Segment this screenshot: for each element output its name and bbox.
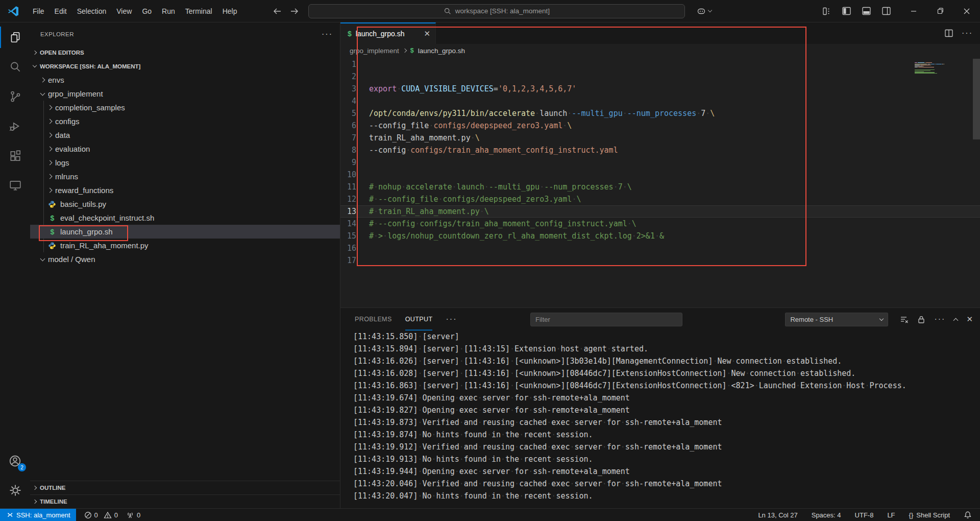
workspace-section[interactable]: WORKSPACE [SSH: ALA_MOMENT] <box>30 59 340 73</box>
menu-selection[interactable]: Selection <box>72 5 112 17</box>
output-filter-input[interactable] <box>530 313 682 326</box>
code-line-2[interactable]: 2 <box>340 70 980 83</box>
close-button[interactable] <box>953 0 980 22</box>
ports-status[interactable]: 0 <box>126 511 140 519</box>
code-line-5[interactable]: 5/opt/conda/envs/py311/bin/accelerate·la… <box>340 107 980 120</box>
back-arrow-icon[interactable] <box>273 7 282 15</box>
tab-problems[interactable]: PROBLEMS <box>355 308 392 330</box>
tree-item-basic-utils-py[interactable]: basic_utils.py <box>30 197 340 211</box>
tab-output[interactable]: OUTPUT <box>405 308 433 330</box>
maximize-panel-icon[interactable] <box>953 318 959 323</box>
panel-more-tabs-icon[interactable]: ··· <box>446 315 457 324</box>
editor-scrollbar[interactable] <box>973 59 980 139</box>
extensions-activity-icon[interactable] <box>0 141 30 171</box>
code-line-12[interactable]: 12#·--config_file·configs/deepspeed_zero… <box>340 193 980 205</box>
tree-item-label: data <box>55 131 70 139</box>
code-line-8[interactable]: 8--config·configs/train_aha_moment_confi… <box>340 144 980 156</box>
tree-item-grpo-implement[interactable]: grpo_implement <box>30 87 340 101</box>
code-line-4[interactable]: 4 <box>340 95 980 107</box>
open-editors-section[interactable]: OPEN EDITORS <box>30 45 340 59</box>
menu-run[interactable]: Run <box>157 5 180 17</box>
code-line-14[interactable]: 14#·--config·configs/train_aha_moment_co… <box>340 218 980 230</box>
code-line-10[interactable]: 10 <box>340 169 980 181</box>
editor-more-actions-icon[interactable]: ··· <box>962 29 973 38</box>
tree-item-logs[interactable]: logs <box>30 156 340 170</box>
timeline-section[interactable]: TIMELINE <box>30 494 340 508</box>
customize-layout-icon[interactable] <box>822 7 831 16</box>
tree-item-configs[interactable]: configs <box>30 114 340 128</box>
menu-go[interactable]: Go <box>137 5 157 17</box>
code-line-16[interactable]: 16 <box>340 242 980 254</box>
code-line-11[interactable]: 11#·nohup·accelerate·launch·--multi_gpu·… <box>340 181 980 193</box>
log-line: [11:43:19.913]·No·hints·found·in·the·rec… <box>353 453 980 465</box>
remote-icon <box>6 511 13 518</box>
code-line-6[interactable]: 6--config_file·configs/deepspeed_zero3.y… <box>340 120 980 132</box>
menu-view[interactable]: View <box>111 5 137 17</box>
code-editor[interactable]: 123export·CUDA_VISIBLE_DEVICES='0,1,2,3,… <box>340 57 980 307</box>
accounts-icon[interactable]: 2 <box>0 446 30 476</box>
breadcrumb-folder[interactable]: grpo_implement <box>350 47 399 55</box>
explorer-activity-icon[interactable] <box>0 22 30 52</box>
clear-output-icon[interactable] <box>900 315 909 324</box>
command-center-search[interactable]: workspace [SSH: ala_moment] <box>308 4 685 18</box>
toggle-panel-icon[interactable] <box>862 6 871 16</box>
close-panel-icon[interactable]: ✕ <box>966 315 973 324</box>
split-editor-icon[interactable] <box>944 29 953 38</box>
tree-item-eval-checkpoint-instruct-sh[interactable]: $eval_checkpoint_instruct.sh <box>30 211 340 225</box>
code-line-1[interactable]: 1 <box>340 58 980 70</box>
explorer-more-actions-icon[interactable]: ··· <box>322 30 333 39</box>
tree-item-model-qwen[interactable]: model / Qwen <box>30 252 340 266</box>
tree-item-envs[interactable]: envs <box>30 73 340 87</box>
tree-item-completion-samples[interactable]: completion_samples <box>30 101 340 114</box>
minimap[interactable] <box>915 60 948 76</box>
tree-item-reward-functions[interactable]: reward_functions <box>30 183 340 197</box>
menu-file[interactable]: File <box>28 5 50 17</box>
tree-item-data[interactable]: data <box>30 128 340 142</box>
panel-more-actions-icon[interactable]: ··· <box>934 315 945 324</box>
chevron-down-icon <box>40 90 45 96</box>
code-line-9[interactable]: 9 <box>340 156 980 169</box>
code-line-3[interactable]: 3export·CUDA_VISIBLE_DEVICES='0,1,2,3,4,… <box>340 83 980 95</box>
source-control-activity-icon[interactable] <box>0 82 30 111</box>
remote-explorer-activity-icon[interactable] <box>0 171 30 200</box>
tree-item-label: train_RL_aha_moment.py <box>60 241 149 250</box>
remote-indicator[interactable]: SSH: ala_moment <box>0 509 76 521</box>
outline-section[interactable]: OUTLINE <box>30 481 340 494</box>
log-line: [11:43:20.046]·Verified·and·reusing·cach… <box>353 478 980 490</box>
toggle-primary-sidebar-icon[interactable] <box>842 6 851 16</box>
tree-item-train-rl-aha-moment-py[interactable]: train_RL_aha_moment.py <box>30 239 340 252</box>
problems-status[interactable]: 0 0 <box>84 511 118 519</box>
restore-button[interactable] <box>927 0 953 22</box>
tab-launch-grpo[interactable]: $ launch_grpo.sh ✕ <box>340 22 436 44</box>
copilot-menu[interactable] <box>696 6 712 16</box>
code-line-7[interactable]: 7train_RL_aha_moment.py·\ <box>340 132 980 144</box>
settings-gear-icon[interactable] <box>0 476 30 505</box>
indentation[interactable]: Spaces: 4 <box>812 511 841 519</box>
notifications-bell-icon[interactable] <box>964 511 972 519</box>
breadcrumb-file[interactable]: launch_grpo.sh <box>418 47 465 55</box>
tree-item-evaluation[interactable]: evaluation <box>30 142 340 156</box>
output-channel-select[interactable]: Remote - SSH <box>785 313 888 326</box>
vscode-logo-icon <box>7 5 19 17</box>
editor-tab-bar: $ launch_grpo.sh ✕ ··· <box>340 22 980 44</box>
run-debug-activity-icon[interactable] <box>0 111 30 141</box>
encoding[interactable]: UTF-8 <box>855 511 874 519</box>
menu-terminal[interactable]: Terminal <box>180 5 217 17</box>
forward-arrow-icon[interactable] <box>290 7 299 15</box>
menu-help[interactable]: Help <box>217 5 242 17</box>
minimize-button[interactable] <box>900 0 927 22</box>
code-line-13[interactable]: 13#·train_RL_aha_moment.py·\ <box>340 205 980 218</box>
language-mode[interactable]: {} Shell Script <box>909 511 950 519</box>
toggle-secondary-sidebar-icon[interactable] <box>881 6 891 16</box>
code-line-17[interactable]: 17 <box>340 254 980 267</box>
tree-item-mlruns[interactable]: mlruns <box>30 170 340 183</box>
cursor-position[interactable]: Ln 13, Col 27 <box>758 511 797 519</box>
tree-item-launch-grpo-sh[interactable]: $launch_grpo.sh <box>30 225 340 239</box>
eol-sequence[interactable]: LF <box>887 511 895 519</box>
panel-tabs: PROBLEMS OUTPUT ··· <box>340 308 457 330</box>
menu-edit[interactable]: Edit <box>50 5 72 17</box>
lock-scroll-icon[interactable] <box>917 315 925 324</box>
code-line-15[interactable]: 15#·>·logs/nohup_countdown_zero_rl_aha_m… <box>340 230 980 242</box>
tab-close-icon[interactable]: ✕ <box>424 29 430 38</box>
search-activity-icon[interactable] <box>0 52 30 82</box>
